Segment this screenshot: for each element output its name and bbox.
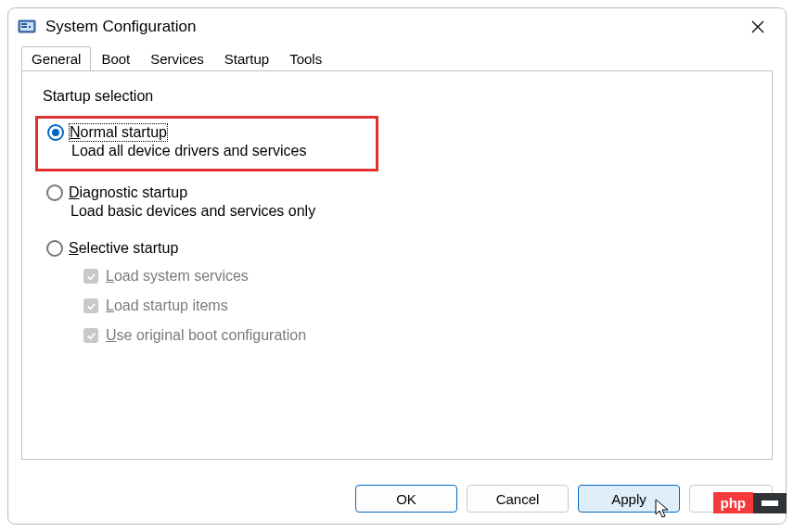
radio-label: Selective startup bbox=[69, 240, 178, 257]
tab-services[interactable]: Services bbox=[140, 46, 214, 70]
ok-button[interactable]: OK bbox=[355, 485, 457, 513]
svg-rect-2 bbox=[21, 23, 27, 25]
highlight-annotation: Normal startup Load all device drivers a… bbox=[35, 116, 378, 171]
radio-icon bbox=[46, 184, 63, 201]
check-load-system-services: Load system services bbox=[83, 268, 751, 285]
titlebar: System Configuration bbox=[8, 8, 786, 45]
radio-label: Diagnostic startup bbox=[69, 184, 187, 201]
cancel-button[interactable]: Cancel bbox=[467, 485, 569, 513]
window-title: System Configuration bbox=[45, 18, 737, 36]
radio-selective-startup[interactable]: Selective startup bbox=[46, 240, 751, 257]
tab-boot[interactable]: Boot bbox=[91, 46, 140, 70]
radio-icon bbox=[47, 124, 64, 141]
radio-normal-startup[interactable]: Normal startup bbox=[47, 124, 366, 141]
watermark-badge: php bbox=[713, 492, 788, 513]
check-label: Use original boot configuration bbox=[106, 327, 306, 344]
startup-selection-label: Startup selection bbox=[43, 88, 751, 105]
tab-general[interactable]: General bbox=[21, 46, 91, 70]
dialog-buttons: OK Cancel Apply bbox=[355, 485, 773, 513]
normal-startup-desc: Load all device drivers and services bbox=[71, 143, 366, 159]
close-button[interactable] bbox=[737, 12, 778, 42]
check-use-original-boot: Use original boot configuration bbox=[83, 327, 751, 344]
radio-label: Normal startup bbox=[70, 124, 167, 141]
svg-rect-3 bbox=[21, 26, 27, 28]
app-icon bbox=[18, 18, 36, 36]
checkbox-icon bbox=[83, 269, 98, 284]
radio-diagnostic-startup[interactable]: Diagnostic startup bbox=[46, 184, 751, 201]
system-configuration-window: System Configuration General Boot Servic… bbox=[7, 7, 787, 525]
selective-options: Load system services Load startup items … bbox=[83, 268, 751, 344]
apply-button[interactable]: Apply bbox=[578, 485, 680, 513]
checkbox-icon bbox=[83, 328, 98, 343]
svg-point-4 bbox=[29, 26, 31, 28]
diagnostic-startup-desc: Load basic devices and services only bbox=[70, 203, 751, 220]
tab-startup[interactable]: Startup bbox=[214, 46, 279, 70]
checkbox-icon bbox=[83, 298, 98, 313]
tab-tools[interactable]: Tools bbox=[279, 46, 332, 70]
radio-icon bbox=[46, 240, 63, 257]
tab-strip: General Boot Services Startup Tools bbox=[8, 45, 786, 70]
general-panel: Startup selection Normal startup Load al… bbox=[21, 70, 773, 460]
check-label: Load system services bbox=[106, 268, 249, 285]
check-label: Load startup items bbox=[106, 298, 228, 314]
check-load-startup-items: Load startup items bbox=[83, 298, 751, 314]
watermark-dark bbox=[753, 493, 787, 513]
watermark-text: php bbox=[713, 492, 754, 513]
